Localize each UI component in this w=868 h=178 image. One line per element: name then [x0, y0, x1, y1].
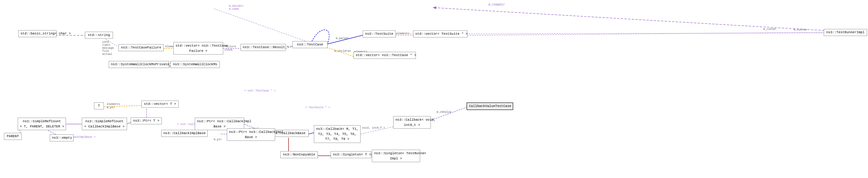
node-Callback-R: ns3::Callback< R, T1,T2, T3, T4, T5, T6,…: [314, 125, 361, 143]
node-TestCase-Result: ns3::TestCase::Result: [241, 44, 286, 51]
svg-text:m_parent: m_parent: [336, 37, 349, 40]
svg-text:m_name: m_name: [229, 8, 239, 11]
svg-line-19: [327, 35, 363, 44]
svg-line-14: [285, 46, 293, 48]
svg-text:< void, int8_f >: < void, int8_f >: [359, 127, 385, 130]
node-CallbackImplBase: ns3::CallbackImplBase: [161, 130, 208, 137]
svg-line-16: [214, 8, 310, 43]
node-NonCopyable: ns3::NonCopyable: [280, 151, 318, 158]
diagram: m_tempDir cond limit message file actual…: [0, 0, 868, 178]
svg-text:limit: limit: [102, 44, 111, 47]
svg-line-33: [99, 105, 142, 107]
node-TestCaseFailure: ns3::TestCaseFailure: [119, 44, 164, 51]
node-Ptr-CallbackImplBase2: ns3::Ptr< ns3::CallbackImplBase >: [227, 128, 275, 141]
svg-text:m_suites: m_suites: [794, 28, 807, 31]
node-Callback-void: ns3::Callback< void,int8_t >: [393, 116, 431, 129]
node-SystemWallClockMsPrivate: ns3::SystemWallClockMsPrivate: [109, 61, 169, 68]
svg-text:< ns3::TestCase * >: < ns3::TestCase * >: [244, 89, 276, 92]
node-CallbackValueTestCase: CallbackValueTestCase: [466, 102, 513, 110]
node-std-basic-string: std::basic_string< char >: [18, 30, 57, 37]
node-T: T: [94, 102, 104, 109]
node-vector-TestCase: std::vector< ns3::TestCase * >: [353, 52, 416, 59]
svg-text:message: message: [102, 47, 114, 50]
node-Singleton-TestRunnerImpl: ns3::Singleton< TestRunnerImpl >: [372, 150, 420, 162]
svg-text:m_cbValue: m_cbValue: [437, 111, 452, 114]
node-TestSuite: ns3::TestSuite: [363, 31, 396, 37]
svg-text:actual: actual: [102, 53, 112, 56]
node-vector-TestSuite: std::vector< TestSuite * >: [413, 31, 467, 37]
node-vector-T: std::vector< T >: [142, 101, 179, 108]
node-Singleton-T: ns3::Singleton< T >: [331, 151, 371, 158]
svg-text:m_ptr: m_ptr: [214, 138, 222, 141]
svg-text:elements: elements: [107, 103, 120, 106]
svg-text:clock: clock: [224, 48, 232, 51]
svg-text:m_tempDir: m_tempDir: [489, 3, 505, 6]
svg-text:m_ptr: m_ptr: [107, 106, 115, 109]
node-SimpleRefCount-T-PARENT-DELETER: ns3::SimpleRefCount< T, PARENT, DELETER …: [18, 118, 66, 130]
node-vector-TestCaseFailure: std::vector< ns3::TestCaseFailure >: [174, 42, 223, 55]
node-Ptr-T: ns3::Ptr< T >: [131, 117, 162, 124]
edges-svg: m_tempDir cond limit message file actual…: [0, 0, 868, 178]
svg-line-21: [327, 47, 354, 57]
svg-text:m_runner: m_runner: [763, 28, 776, 31]
svg-text:< TestSuite * >: < TestSuite * >: [305, 106, 330, 109]
svg-line-42: [308, 133, 314, 134]
svg-line-0: [434, 8, 824, 31]
node-empty: ns3::empty: [50, 134, 73, 141]
node-std-string: std::string: [85, 32, 113, 39]
svg-line-49: [431, 107, 467, 120]
svg-text:m_children: m_children: [334, 50, 351, 53]
svg-text:m_dataDir: m_dataDir: [229, 5, 244, 8]
svg-line-26: [467, 32, 824, 35]
node-SimpleRefCount-CallbackImplBase: ns3::SimpleRefCount< CallbackImplBase >: [82, 118, 127, 130]
node-TestCase: ns3::TestCase: [292, 41, 328, 48]
svg-text:elements: elements: [396, 32, 409, 35]
svg-text:file: file: [102, 50, 109, 53]
svg-text:cond: cond: [102, 40, 109, 44]
node-SystemWallClockMs: ns3::SystemWallClockMs: [170, 61, 220, 68]
node-TestRunnerImpl: ns3::TestRunnerImpl: [824, 29, 867, 36]
node-PARENT: PARENT: [4, 133, 22, 140]
